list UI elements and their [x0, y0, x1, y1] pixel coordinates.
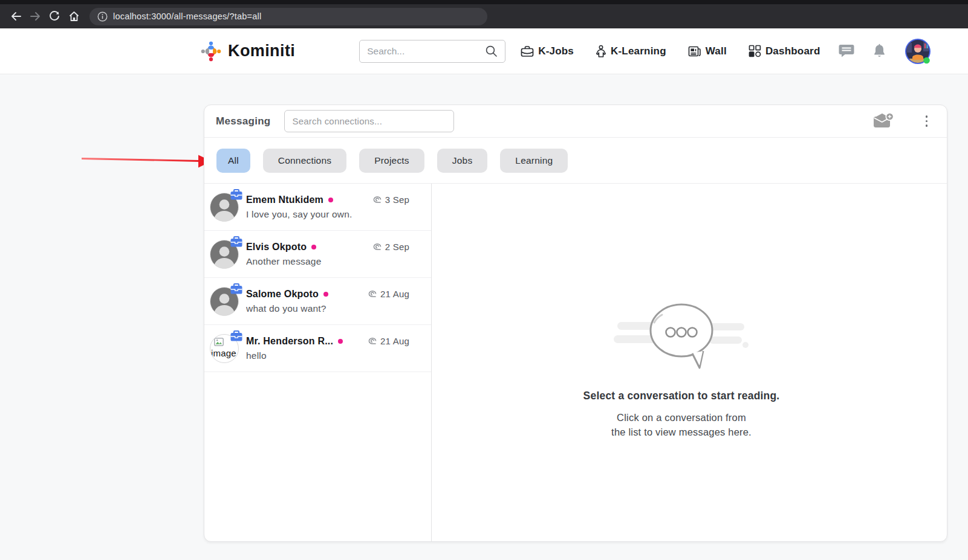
empty-state-line2: the list to view messages here.	[611, 425, 752, 439]
conversation-date: 3 Sep	[385, 195, 409, 205]
main-nav: K-Jobs K-Learning Wall Dashboard	[521, 45, 820, 57]
tab-projects[interactable]: Projects	[359, 149, 424, 173]
nav-item-wall[interactable]: Wall	[688, 45, 727, 57]
message-filter-tabs: All Connections Projects Jobs Learning	[204, 138, 947, 184]
address-bar[interactable]: localhost:3000/all-messages/?tab=all	[89, 8, 487, 25]
conversation-name: Emem Ntukidem	[246, 195, 323, 205]
nav-item-k-jobs[interactable]: K-Jobs	[521, 45, 574, 57]
conversation-preview: what do you want?	[246, 303, 409, 314]
unread-dot	[338, 339, 343, 344]
dashboard-grid-icon	[749, 45, 761, 57]
back-icon[interactable]	[6, 7, 25, 25]
user-avatar[interactable]	[905, 38, 931, 65]
window-top-strip	[0, 0, 968, 4]
attachment-clip-icon	[372, 243, 382, 251]
messaging-title: Messaging	[216, 115, 271, 127]
attachment-clip-icon	[368, 337, 377, 346]
briefcase-badge-icon	[230, 236, 242, 249]
conversation-preview: I love you, say your own.	[246, 209, 409, 220]
conversation-list-item[interactable]: Elvis Okpoto 2 Sep Another message	[204, 231, 431, 278]
attachment-clip-icon	[372, 196, 382, 204]
nav-item-k-learning[interactable]: K-Learning	[596, 45, 666, 57]
search-connections-placeholder: Search connections...	[293, 116, 382, 126]
attachment-clip-icon	[368, 290, 377, 298]
global-search-placeholder: Search...	[367, 46, 404, 57]
reload-icon[interactable]	[45, 7, 64, 25]
messaging-card-header: Messaging Search connections...	[204, 105, 947, 138]
red-annotation-arrow	[80, 153, 212, 171]
url-text: localhost:3000/all-messages/?tab=all	[113, 11, 261, 21]
empty-state-line1: Click on a conversation from	[611, 410, 752, 425]
tab-connections[interactable]: Connections	[263, 149, 346, 173]
conversation-name: Elvis Okpoto	[246, 242, 307, 253]
new-message-icon[interactable]	[872, 112, 894, 130]
tab-jobs[interactable]: Jobs	[437, 149, 488, 173]
briefcase-badge-icon	[230, 189, 242, 202]
kominiti-logo[interactable]: Kominiti	[200, 40, 295, 63]
unread-dot	[311, 245, 316, 249]
newspaper-icon	[688, 45, 701, 57]
conversation-preview: Another message	[246, 256, 409, 267]
search-connections-input[interactable]: Search connections...	[284, 110, 454, 132]
search-icon[interactable]	[485, 45, 498, 57]
conversation-date: 21 Aug	[380, 336, 409, 346]
forward-icon[interactable]	[25, 7, 45, 25]
conversation-name: Salome Okpoto	[246, 289, 319, 300]
conversation-date: 2 Sep	[385, 242, 409, 252]
empty-conversation-panel: Select a conversation to start reading. …	[424, 184, 939, 541]
briefcase-icon	[521, 45, 534, 57]
tab-all[interactable]: All	[216, 149, 250, 173]
browser-toolbar: localhost:3000/all-messages/?tab=all	[0, 4, 968, 28]
nav-item-dashboard[interactable]: Dashboard	[749, 45, 820, 57]
site-info-icon[interactable]	[97, 11, 108, 22]
briefcase-badge-icon	[230, 283, 242, 297]
header-right	[839, 38, 931, 65]
app-header: Kominiti Search... K-Jobs K-Learning Wal…	[0, 28, 968, 74]
conversation-list-item[interactable]: Emem Ntukidem 3 Sep I love you, say your…	[204, 184, 431, 231]
conversation-list-item[interactable]: image Mr. Henderson R...	[204, 325, 431, 372]
unread-dot	[323, 292, 328, 297]
conversation-name: Mr. Henderson R...	[246, 336, 333, 347]
messaging-card: Messaging Search connections... All	[204, 105, 947, 542]
kominiti-logo-icon	[200, 40, 223, 63]
notifications-bell-icon[interactable]	[872, 43, 886, 59]
conversation-list-item[interactable]: Salome Okpoto 21 Aug what do you want?	[204, 278, 431, 325]
conversation-date: 21 Aug	[380, 289, 409, 299]
speech-bubble-illustration	[614, 300, 749, 370]
tab-learning[interactable]: Learning	[500, 149, 568, 173]
broken-image-icon	[214, 338, 224, 349]
learning-person-icon	[596, 45, 606, 57]
conversation-preview: hello	[246, 350, 409, 361]
page-body: Messaging Search connections... All	[0, 74, 968, 560]
unread-dot	[328, 198, 333, 202]
conversation-list: Emem Ntukidem 3 Sep I love you, say your…	[204, 184, 432, 541]
more-options-kebab-icon[interactable]	[922, 113, 932, 129]
logo-wordmark: Kominiti	[228, 42, 295, 60]
home-icon[interactable]	[64, 7, 83, 25]
empty-state-title: Select a conversation to start reading.	[583, 390, 780, 402]
global-search-input[interactable]: Search...	[359, 40, 505, 63]
messages-icon[interactable]	[839, 44, 854, 58]
briefcase-badge-icon	[230, 330, 242, 344]
